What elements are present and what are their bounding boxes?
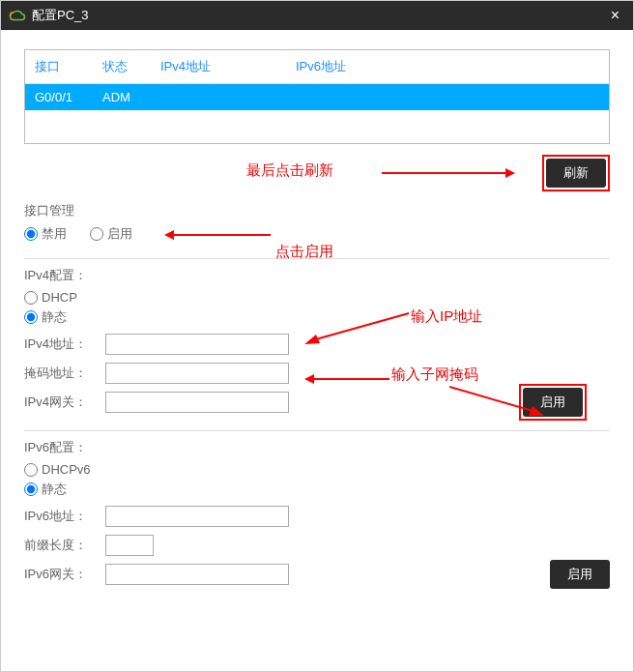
radio-static6[interactable]: 静态 — [24, 481, 67, 498]
refresh-button[interactable]: 刷新 — [546, 159, 606, 188]
label-prefix: 前缀长度： — [24, 537, 100, 554]
radio-dhcpv6[interactable]: DHCPv6 — [24, 462, 91, 477]
col-header-status: 状态 — [102, 58, 160, 75]
cell-ipv6 — [296, 90, 431, 104]
titlebar: 配置PC_3 × — [1, 1, 633, 30]
cloud-icon — [9, 9, 26, 22]
cell-interface: G0/0/1 — [35, 90, 102, 104]
input-ipv6gw[interactable] — [105, 564, 289, 585]
annotation-refresh: 最后点击刷新 — [246, 161, 333, 180]
radio-dhcp[interactable]: DHCP — [24, 290, 77, 305]
radio-disable[interactable]: 禁用 — [24, 225, 67, 243]
refresh-button-highlight: 刷新 — [542, 155, 610, 191]
input-mask[interactable] — [105, 363, 289, 384]
window-title: 配置PC_3 — [32, 7, 605, 24]
input-ipv4addr[interactable] — [105, 334, 289, 355]
col-header-interface: 接口 — [35, 58, 102, 75]
label-mask: 掩码地址： — [24, 365, 100, 382]
annotation-enable: 点击启用 — [275, 243, 333, 261]
cell-ipv4 — [160, 90, 296, 104]
label-ipv4addr: IPv4地址： — [24, 336, 100, 353]
input-ipv4gw[interactable] — [105, 392, 289, 413]
section-ipv4-title: IPv4配置： — [24, 267, 610, 284]
label-ipv6gw: IPv6网关： — [24, 566, 100, 583]
section-ipv6-title: IPv6配置： — [24, 439, 610, 456]
section-ifmgmt-title: 接口管理 — [24, 202, 610, 219]
input-ipv6addr[interactable] — [105, 506, 289, 527]
apply-button-ipv4[interactable]: 启用 — [523, 388, 583, 417]
interface-table: 接口 状态 IPv4地址 IPv6地址 G0/0/1 ADM — [24, 49, 610, 144]
apply-button-ipv6[interactable]: 启用 — [550, 560, 610, 589]
svg-marker-1 — [505, 168, 515, 178]
radio-enable[interactable]: 启用 — [90, 225, 132, 243]
label-ipv6addr: IPv6地址： — [24, 508, 100, 525]
radio-static[interactable]: 静态 — [24, 308, 67, 326]
close-icon[interactable]: × — [605, 7, 625, 24]
apply-button-highlight: 启用 — [519, 384, 587, 421]
cell-status: ADM — [102, 90, 160, 104]
col-header-ipv6: IPv6地址 — [296, 58, 431, 75]
label-ipv4gw: IPv4网关： — [24, 394, 100, 411]
input-prefix[interactable] — [105, 535, 154, 556]
col-header-ipv4: IPv4地址 — [160, 58, 296, 75]
table-row[interactable]: G0/0/1 ADM — [25, 84, 609, 110]
